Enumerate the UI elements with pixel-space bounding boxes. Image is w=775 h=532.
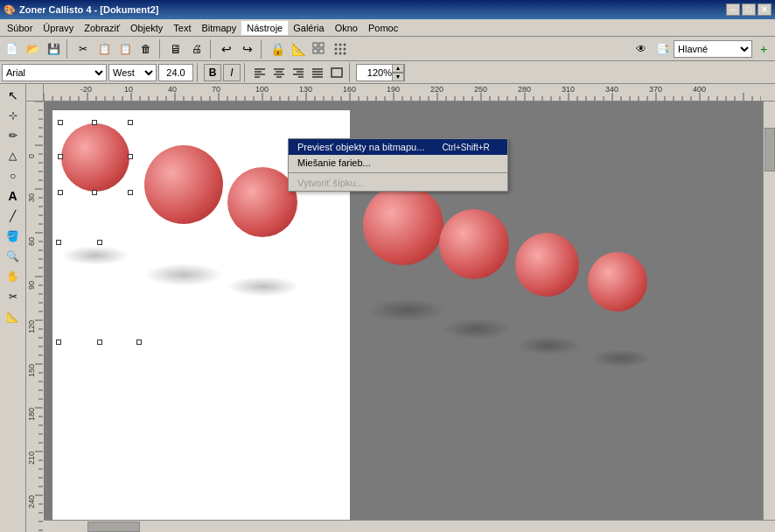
group-handle-3 xyxy=(56,340,61,345)
add-layer-button[interactable]: + xyxy=(754,39,773,59)
ball-5 xyxy=(439,209,509,279)
justify-button[interactable] xyxy=(309,64,326,81)
layers-button[interactable]: 📑 xyxy=(653,39,672,59)
shape-tool[interactable]: △ xyxy=(3,146,24,165)
title-text: Zoner Callisto 4 - [Dokument2] xyxy=(19,4,159,15)
svg-point-6 xyxy=(344,43,346,46)
menu-pomoc[interactable]: Pomoc xyxy=(363,21,403,35)
snap-button[interactable]: 📐 xyxy=(289,39,308,59)
line-tool[interactable]: ╱ xyxy=(3,206,24,226)
svg-rect-1 xyxy=(319,43,324,47)
monitor-button[interactable]: 🖥 xyxy=(166,39,185,59)
align-center-icon xyxy=(273,66,285,79)
dropdown-item-mix[interactable]: Miešanie farieb... xyxy=(289,155,507,171)
ball-2 xyxy=(144,145,223,224)
sep2 xyxy=(159,39,163,59)
align-center-button[interactable] xyxy=(270,64,288,81)
scissor-tool[interactable]: ✂ xyxy=(3,287,24,306)
node-tool[interactable]: ⊹ xyxy=(3,106,24,125)
svg-rect-3 xyxy=(319,49,324,53)
menu-zobrazit[interactable]: Zobraziť xyxy=(79,21,125,35)
handle-tl xyxy=(58,120,63,125)
scrollbar-horizontal[interactable] xyxy=(44,520,775,532)
delete-button[interactable]: 🗑 xyxy=(136,39,156,59)
text-toolbar: Arial West B I ▲ ▼ xyxy=(0,61,775,84)
print-button[interactable]: 🖨 xyxy=(187,39,206,59)
font-family-select[interactable]: Arial xyxy=(2,64,107,81)
align-left-button[interactable] xyxy=(251,64,269,81)
redo-button[interactable]: ↪ xyxy=(238,39,257,59)
bold-button[interactable]: B xyxy=(204,64,221,81)
undo-button[interactable]: ↩ xyxy=(217,39,236,59)
menu-objekty[interactable]: Objekty xyxy=(125,21,168,35)
svg-point-12 xyxy=(344,52,346,54)
toolbox: ↖ ⊹ ✏ △ ○ A ╱ 🪣 🔍 ✋ ✂ 📐 xyxy=(0,84,26,532)
font-size-input[interactable] xyxy=(158,64,193,81)
align-block-icon xyxy=(331,66,343,79)
svg-point-10 xyxy=(335,52,338,54)
align-right-icon xyxy=(292,66,304,79)
paste-button[interactable]: 📋 xyxy=(115,39,135,59)
sep1 xyxy=(66,39,70,59)
handle-bm xyxy=(92,190,97,195)
justify-icon xyxy=(311,66,324,79)
select-tool[interactable]: ↖ xyxy=(3,86,24,105)
menu-text[interactable]: Text xyxy=(168,21,196,35)
menu-upravy[interactable]: Úpravy xyxy=(38,21,79,35)
zoom-tool[interactable]: 🔍 xyxy=(3,247,24,266)
lock-button[interactable]: 🔒 xyxy=(268,39,287,59)
menu-bar: Súbor Úpravy Zobraziť Objekty Text Bitma… xyxy=(0,19,775,37)
fill-tool[interactable]: 🪣 xyxy=(3,227,24,246)
main-area: ↖ ⊹ ✏ △ ○ A ╱ 🪣 🔍 ✋ ✂ 📐 xyxy=(0,84,775,532)
maximize-button[interactable]: □ xyxy=(742,4,756,16)
shadow-2 xyxy=(144,263,223,286)
sep-txt1 xyxy=(197,63,200,82)
close-button[interactable]: ✕ xyxy=(758,4,772,16)
zoom-down-button[interactable]: ▼ xyxy=(392,73,404,81)
pencil-tool[interactable]: ✏ xyxy=(3,126,24,145)
shadow-6 xyxy=(516,336,582,355)
ball-4 xyxy=(363,185,443,265)
ball-6 xyxy=(515,233,579,297)
menu-galeria[interactable]: Galéria xyxy=(288,21,329,35)
group-handle-2 xyxy=(97,240,102,245)
shadow-5 xyxy=(442,318,512,340)
tools-dropdown-menu: Previesť objekty na bitmapu... Ctrl+Shif… xyxy=(288,138,508,192)
align-right-button[interactable] xyxy=(290,64,307,81)
measure-tool[interactable]: 📐 xyxy=(3,307,24,326)
ellipse-tool[interactable]: ○ xyxy=(3,166,24,186)
cut-button[interactable]: ✂ xyxy=(73,39,93,59)
group-handle-1 xyxy=(56,240,61,245)
save-button[interactable]: 💾 xyxy=(44,39,63,59)
svg-point-5 xyxy=(339,43,342,46)
dots-button[interactable] xyxy=(331,39,350,59)
dropdown-item-arrow: Vytvoriť šípku... xyxy=(289,175,507,191)
italic-button[interactable]: I xyxy=(223,64,241,81)
scrollbar-vertical[interactable] xyxy=(763,102,775,520)
dots-icon xyxy=(333,42,347,56)
copy-button[interactable]: 📋 xyxy=(94,39,114,59)
ball-7 xyxy=(588,252,647,312)
font-style-select[interactable]: West xyxy=(108,64,157,81)
align-left-icon xyxy=(254,66,266,79)
ruler-v-canvas xyxy=(26,102,44,532)
pan-tool[interactable]: ✋ xyxy=(3,267,24,286)
menu-bitmapy[interactable]: Bitmapy xyxy=(197,21,242,35)
text-tool[interactable]: A xyxy=(3,186,24,206)
new-button[interactable]: 📄 xyxy=(2,39,21,59)
layer-select[interactable]: Hlavné xyxy=(674,40,752,58)
minimize-button[interactable]: ─ xyxy=(726,4,740,16)
canvas-container[interactable]: Previesť objekty na bitmapu... Ctrl+Shif… xyxy=(26,84,775,532)
dropdown-item-convert[interactable]: Previesť objekty na bitmapu... Ctrl+Shif… xyxy=(289,139,507,155)
menu-okno[interactable]: Okno xyxy=(330,21,363,35)
app-icon: 🎨 xyxy=(3,4,16,16)
menu-nastroje[interactable]: Nástroje xyxy=(241,21,288,35)
align-block-button[interactable] xyxy=(328,64,346,81)
open-button[interactable]: 📂 xyxy=(23,39,42,59)
zoom-input[interactable] xyxy=(357,65,392,80)
zoom-up-button[interactable]: ▲ xyxy=(392,64,404,73)
eye-button[interactable]: 👁 xyxy=(632,39,651,59)
grid-button[interactable] xyxy=(310,39,329,59)
ruler-corner xyxy=(26,84,44,102)
menu-subor[interactable]: Súbor xyxy=(2,21,38,35)
